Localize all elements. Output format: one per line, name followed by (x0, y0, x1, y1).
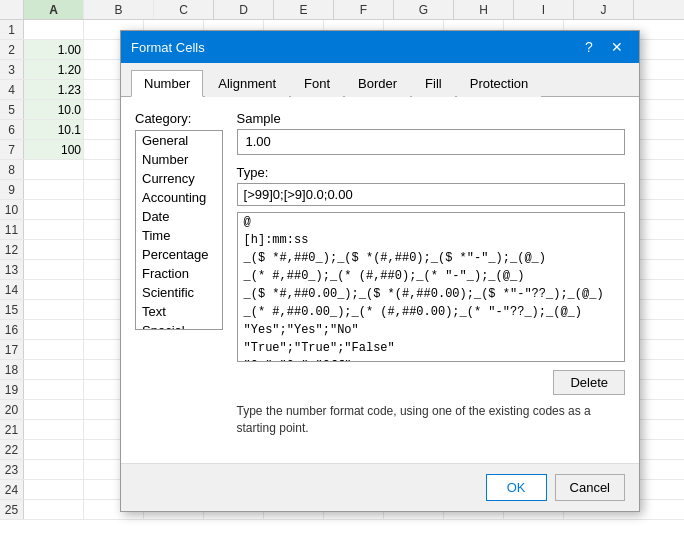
row-number: 5 (0, 100, 24, 119)
cell[interactable]: 1.23 (24, 80, 84, 99)
category-item[interactable]: Accounting (136, 188, 222, 207)
tab-protection[interactable]: Protection (457, 70, 542, 97)
delete-button[interactable]: Delete (553, 370, 625, 395)
cell[interactable]: 1.00 (24, 40, 84, 59)
col-header-d: D (214, 0, 274, 19)
row-number: 3 (0, 60, 24, 79)
row-number: 10 (0, 200, 24, 219)
col-header-h: H (454, 0, 514, 19)
cell[interactable] (24, 180, 84, 199)
cell[interactable]: 10.0 (24, 100, 84, 119)
titlebar-buttons: ? ✕ (577, 35, 629, 59)
format-cells-dialog: Format Cells ? ✕ Number Alignment Font B… (120, 30, 640, 512)
row-number: 11 (0, 220, 24, 239)
tab-alignment[interactable]: Alignment (205, 70, 289, 97)
delete-btn-row: Delete (237, 370, 625, 395)
type-section: Type: (237, 165, 625, 206)
format-code-item[interactable]: "On";"On";"Off" (238, 357, 624, 362)
cell[interactable] (24, 260, 84, 279)
cell[interactable] (24, 380, 84, 399)
format-code-item[interactable]: _($ *#,##0_);_($ *(#,##0);_($ *"-"_);_(@… (238, 249, 624, 267)
cell[interactable] (24, 220, 84, 239)
category-item[interactable]: Fraction (136, 264, 222, 283)
cell[interactable] (24, 280, 84, 299)
help-button[interactable]: ? (577, 35, 601, 59)
type-input[interactable] (237, 183, 625, 206)
row-number: 8 (0, 160, 24, 179)
cell[interactable] (24, 420, 84, 439)
col-header-a: A (24, 0, 84, 19)
row-number: 21 (0, 420, 24, 439)
row-number: 9 (0, 180, 24, 199)
ok-button[interactable]: OK (486, 474, 547, 501)
format-code-item[interactable]: "Yes";"Yes";"No" (238, 321, 624, 339)
cell[interactable] (24, 360, 84, 379)
tab-bar: Number Alignment Font Border Fill Protec… (121, 63, 639, 97)
format-code-list[interactable]: @[h]:mm:ss_($ *#,##0_);_($ *(#,##0);_($ … (237, 212, 625, 362)
format-code-item[interactable]: @ (238, 213, 624, 231)
cell[interactable] (24, 320, 84, 339)
category-item[interactable]: Text (136, 302, 222, 321)
dialog-footer: OK Cancel (121, 463, 639, 511)
sample-value: 1.00 (237, 129, 625, 155)
cell[interactable] (24, 20, 84, 39)
cell[interactable] (24, 240, 84, 259)
sample-label: Sample (237, 111, 625, 126)
category-item[interactable]: Percentage (136, 245, 222, 264)
format-code-item[interactable]: _(* #,##0.00_);_(* (#,##0.00);_(* "-"??_… (238, 303, 624, 321)
close-button[interactable]: ✕ (605, 35, 629, 59)
tab-border[interactable]: Border (345, 70, 410, 97)
category-item[interactable]: Number (136, 150, 222, 169)
cell[interactable] (24, 400, 84, 419)
cancel-button[interactable]: Cancel (555, 474, 625, 501)
row-number: 19 (0, 380, 24, 399)
row-number: 7 (0, 140, 24, 159)
row-number: 1 (0, 20, 24, 39)
dialog-title: Format Cells (131, 40, 205, 55)
row-number: 25 (0, 500, 24, 519)
row-number: 6 (0, 120, 24, 139)
category-item[interactable]: General (136, 131, 222, 150)
cell[interactable] (24, 340, 84, 359)
row-number: 13 (0, 260, 24, 279)
cell[interactable]: 10.1 (24, 120, 84, 139)
cell[interactable] (24, 480, 84, 499)
format-code-item[interactable]: "True";"True";"False" (238, 339, 624, 357)
dialog-body: Category: GeneralNumberCurrencyAccountin… (121, 97, 639, 463)
category-label: Category: (135, 111, 223, 126)
row-number: 24 (0, 480, 24, 499)
corner-cell (0, 0, 24, 19)
category-item[interactable]: Special (136, 321, 222, 330)
tab-font[interactable]: Font (291, 70, 343, 97)
row-number: 17 (0, 340, 24, 359)
category-item[interactable]: Currency (136, 169, 222, 188)
type-label: Type: (237, 165, 625, 180)
cell[interactable]: 100 (24, 140, 84, 159)
row-number: 23 (0, 460, 24, 479)
col-header-e: E (274, 0, 334, 19)
cell[interactable] (24, 160, 84, 179)
cell[interactable] (24, 440, 84, 459)
cell[interactable]: 1.20 (24, 60, 84, 79)
row-number: 4 (0, 80, 24, 99)
cell[interactable] (24, 460, 84, 479)
format-code-item[interactable]: _(* #,##0_);_(* (#,##0);_(* "-"_);_(@_) (238, 267, 624, 285)
cell[interactable] (24, 300, 84, 319)
col-header-f: F (334, 0, 394, 19)
row-number: 2 (0, 40, 24, 59)
row-number: 14 (0, 280, 24, 299)
category-item[interactable]: Time (136, 226, 222, 245)
category-item[interactable]: Date (136, 207, 222, 226)
hint-text: Type the number format code, using one o… (237, 403, 625, 437)
cell[interactable] (24, 500, 84, 519)
dialog-body-inner: Category: GeneralNumberCurrencyAccountin… (135, 111, 625, 449)
cell[interactable] (24, 200, 84, 219)
category-panel: Category: GeneralNumberCurrencyAccountin… (135, 111, 223, 449)
format-code-item[interactable]: [h]:mm:ss (238, 231, 624, 249)
category-item[interactable]: Scientific (136, 283, 222, 302)
tab-fill[interactable]: Fill (412, 70, 455, 97)
dialog-titlebar: Format Cells ? ✕ (121, 31, 639, 63)
format-code-item[interactable]: _($ *#,##0.00_);_($ *(#,##0.00);_($ *"-"… (238, 285, 624, 303)
tab-number[interactable]: Number (131, 70, 203, 97)
category-list[interactable]: GeneralNumberCurrencyAccountingDateTimeP… (135, 130, 223, 330)
